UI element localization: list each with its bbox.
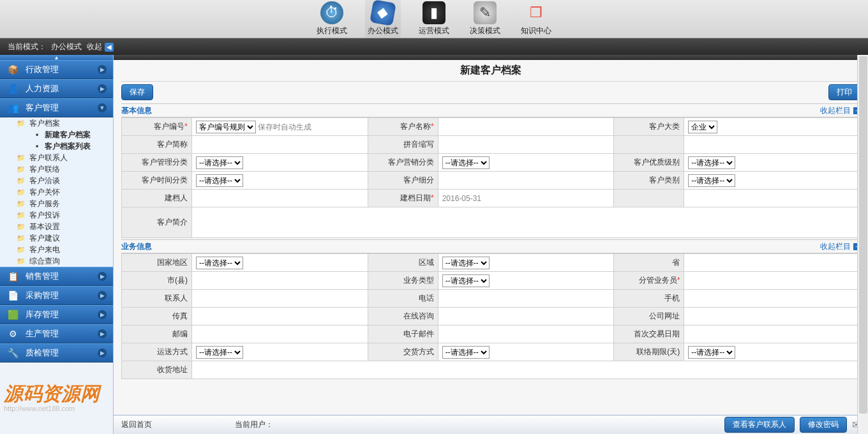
- nav-production[interactable]: ⚙生产管理▶: [0, 324, 113, 343]
- chevron-right-icon: ▶: [98, 272, 107, 281]
- mode-exec[interactable]: ⏱执行模式: [314, 0, 350, 38]
- field-运送方式[interactable]: --请选择--: [192, 343, 368, 361]
- label-客户优质级别: 客户优质级别: [614, 154, 684, 172]
- select-业务类型[interactable]: --请选择--: [442, 274, 490, 287]
- field-电话[interactable]: [438, 290, 614, 308]
- field-客户名称[interactable]: [438, 118, 614, 136]
- select-交货方式[interactable]: --请选择--: [442, 346, 490, 359]
- select-联络期限(天)[interactable]: --请选择--: [688, 346, 735, 359]
- mode-decision[interactable]: ✎决策模式: [467, 0, 503, 38]
- field-公司网址[interactable]: [684, 308, 860, 326]
- mode-knowledge[interactable]: ❒知识中心: [518, 0, 554, 38]
- subtree-基本设置[interactable]: 基本设置: [0, 221, 113, 232]
- field-邮编[interactable]: [192, 326, 368, 343]
- select-客户时间分类[interactable]: --请选择--: [196, 174, 243, 187]
- gear-icon: ⚙: [6, 327, 19, 340]
- change-password-button[interactable]: 修改密码: [800, 417, 847, 433]
- subtree-客户联系人[interactable]: 客户联系人: [0, 152, 113, 163]
- select-区域[interactable]: --请选择--: [442, 257, 490, 269]
- field-在线咨询[interactable]: [438, 308, 614, 326]
- field-客户类别[interactable]: --请选择--: [684, 172, 860, 190]
- view-contacts-button[interactable]: 查看客户联系人: [724, 417, 795, 433]
- select-国家地区[interactable]: --请选择--: [196, 257, 243, 269]
- field-客户营销分类[interactable]: --请选择--: [438, 154, 614, 172]
- field-省[interactable]: [684, 254, 860, 272]
- save-button[interactable]: 保存: [121, 84, 153, 100]
- field-区域[interactable]: --请选择--: [438, 254, 614, 272]
- field-国家地区[interactable]: --请选择--: [192, 254, 368, 272]
- field-empty[interactable]: [684, 136, 860, 154]
- basic-form-table: 客户编号*客户编号规则 保存时自动生成客户名称*客户大类企业客户简称拼音缩写客户…: [121, 117, 860, 238]
- label-客户简介: 客户简介: [122, 207, 192, 238]
- sidebar-scroll-up[interactable]: [0, 55, 113, 60]
- field-客户编号[interactable]: 客户编号规则 保存时自动生成: [192, 118, 368, 136]
- select-客户管理分类[interactable]: --请选择--: [196, 156, 243, 169]
- nav-admin[interactable]: 📦行政管理▶: [0, 60, 113, 79]
- subtree-客户档案[interactable]: 客户档案: [0, 117, 113, 129]
- subtree-客户来电[interactable]: 客户来电: [0, 244, 113, 255]
- field-客户细分[interactable]: [438, 172, 614, 190]
- field-建档日期[interactable]: 2016-05-31: [438, 190, 614, 207]
- select-客户编号[interactable]: 客户编号规则: [196, 121, 256, 133]
- field-传真[interactable]: [192, 308, 368, 326]
- field-客户优质级别[interactable]: --请选择--: [684, 154, 860, 172]
- select-客户优质级别[interactable]: --请选择--: [688, 156, 735, 169]
- field-电子邮件[interactable]: [438, 326, 614, 343]
- field-客户简称[interactable]: [192, 136, 368, 154]
- select-客户营销分类[interactable]: --请选择--: [442, 156, 490, 169]
- label-首次交易日期: 首次交易日期: [614, 326, 684, 343]
- field-客户时间分类[interactable]: --请选择--: [192, 172, 368, 190]
- subtree-客户投诉[interactable]: 客户投诉: [0, 209, 113, 221]
- select-运送方式[interactable]: --请选择--: [196, 346, 243, 359]
- sec-basic-collapse[interactable]: 收起栏目−: [820, 105, 860, 116]
- field-拼音缩写[interactable]: [438, 136, 614, 154]
- field-联络期限(天)[interactable]: --请选择--: [684, 343, 860, 361]
- field-分管业务员[interactable]: [684, 272, 860, 290]
- nav-customer[interactable]: 👥客户管理▼: [0, 98, 113, 117]
- subtree-新建客户档案[interactable]: 新建客户档案: [0, 129, 113, 140]
- field-收货地址[interactable]: [192, 361, 860, 379]
- chevron-right-icon: ▶: [98, 348, 107, 357]
- subtree-客户关怀[interactable]: 客户关怀: [0, 186, 113, 198]
- mode-current: 办公模式: [51, 41, 82, 52]
- window-scrollbar[interactable]: [857, 55, 868, 434]
- field-手机[interactable]: [684, 290, 860, 308]
- field-联系人[interactable]: [192, 290, 368, 308]
- field-empty[interactable]: [684, 190, 860, 207]
- field-建档人[interactable]: [192, 190, 368, 207]
- home-link[interactable]: 返回首页: [121, 419, 152, 430]
- subtree-综合查询[interactable]: 综合查询: [0, 255, 113, 267]
- label-交货方式: 交货方式: [368, 343, 438, 361]
- field-客户管理分类[interactable]: --请选择--: [192, 154, 368, 172]
- print-button[interactable]: 打印: [828, 84, 860, 100]
- users-icon: 👥: [6, 101, 19, 114]
- mode-ops[interactable]: ▮运营模式: [416, 0, 452, 38]
- sec-basic-title: 基本信息: [121, 105, 152, 116]
- nav-purchase[interactable]: 📄采购管理▶: [0, 286, 113, 305]
- sidebar-collapse[interactable]: 收起◀: [87, 41, 114, 52]
- field-客户简介[interactable]: [192, 207, 860, 238]
- label-电子邮件: 电子邮件: [368, 326, 438, 343]
- select-客户大类[interactable]: 企业: [688, 121, 717, 133]
- subtree-客户洽谈[interactable]: 客户洽谈: [0, 175, 113, 186]
- field-首次交易日期[interactable]: [684, 326, 860, 343]
- sec-biz-collapse[interactable]: 收起栏目−: [820, 241, 860, 252]
- field-交货方式[interactable]: --请选择--: [438, 343, 614, 361]
- nav-inventory[interactable]: 🟩库存管理▶: [0, 305, 113, 324]
- nav-hr[interactable]: 👤人力资源▶: [0, 79, 113, 98]
- field-业务类型[interactable]: --请选择--: [438, 272, 614, 290]
- nav-sales[interactable]: 📋销售管理▶: [0, 267, 113, 286]
- subtree-客户服务[interactable]: 客户服务: [0, 198, 113, 209]
- content: 新建客户档案 保存 打印 基本信息 收起栏目− 客户编号*客户编号规则 保存时自…: [114, 60, 868, 415]
- chevron-down-icon: ▼: [98, 103, 107, 112]
- subtree-客户建议[interactable]: 客户建议: [0, 232, 113, 244]
- label-empty: [614, 190, 684, 207]
- subtree-客户联络[interactable]: 客户联络: [0, 163, 113, 175]
- nav-qc[interactable]: 🔧质检管理▶: [0, 343, 113, 363]
- select-客户类别[interactable]: --请选择--: [688, 174, 735, 187]
- field-市(县)[interactable]: [192, 272, 368, 290]
- mode-office[interactable]: ◆办公模式: [365, 0, 401, 38]
- chevron-right-icon: ▶: [98, 310, 107, 319]
- field-客户大类[interactable]: 企业: [684, 118, 860, 136]
- subtree-客户档案列表[interactable]: 客户档案列表: [0, 140, 113, 152]
